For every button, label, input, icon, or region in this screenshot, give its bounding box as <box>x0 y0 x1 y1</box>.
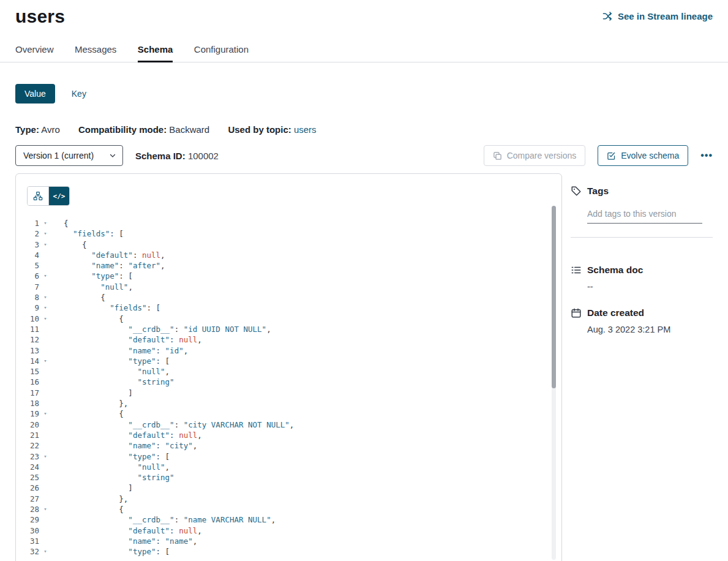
code-text: "__crdb__": "id UUID NOT NULL", <box>51 324 271 334</box>
schema-doc-section: Schema doc -- <box>571 265 713 292</box>
fold-arrow-icon[interactable]: ▾ <box>39 356 51 366</box>
type-label: Type: <box>15 124 39 135</box>
code-line: 13 "name": "id", <box>16 345 561 356</box>
code-lines: 1▾{2▾ "fields": [3▾ {4 "default": null,5… <box>16 218 561 557</box>
line-number: 1 <box>16 218 39 228</box>
fold-arrow-icon[interactable]: ▾ <box>39 239 51 250</box>
evolve-schema-button[interactable]: Evolve schema <box>598 145 688 166</box>
fold-spacer <box>39 250 51 260</box>
code-line: 32▾ "type": [ <box>16 546 561 557</box>
schema-id-value: 100002 <box>188 151 219 161</box>
version-select[interactable]: Version 1 (current) <box>15 145 123 166</box>
code-text: { <box>51 218 69 228</box>
fold-arrow-icon[interactable]: ▾ <box>39 314 51 324</box>
line-number: 11 <box>16 324 39 334</box>
scrollbar[interactable] <box>552 206 556 560</box>
fold-arrow-icon[interactable]: ▾ <box>39 218 51 228</box>
fold-arrow-icon[interactable]: ▾ <box>39 546 51 557</box>
code-line: 31 "name": "name", <box>16 536 561 546</box>
line-number: 3 <box>16 239 39 250</box>
line-number: 28 <box>16 504 39 514</box>
code-line: 1▾{ <box>16 218 561 228</box>
line-number: 24 <box>16 462 39 472</box>
line-number: 17 <box>16 388 39 398</box>
code-line: 17 ] <box>16 388 561 398</box>
code-text: "default": null, <box>51 334 202 345</box>
value-key-toggle: Value Key <box>15 84 713 104</box>
tab-schema[interactable]: Schema <box>138 44 173 62</box>
line-number: 13 <box>16 345 39 356</box>
fold-arrow-icon[interactable]: ▾ <box>39 451 51 462</box>
stream-lineage-link[interactable]: See in Stream lineage <box>602 11 713 21</box>
code-text: { <box>51 409 124 419</box>
fold-arrow-icon[interactable]: ▾ <box>39 292 51 303</box>
code-view-button[interactable]: </> <box>48 187 69 205</box>
schema-meta-row: Type: Avro Compatibility mode: Backward … <box>15 124 713 135</box>
line-number: 18 <box>16 398 39 409</box>
schema-doc-header: Schema doc <box>571 265 713 276</box>
fold-arrow-icon[interactable]: ▾ <box>39 271 51 281</box>
schema-id-label: Schema ID: <box>135 151 186 161</box>
code-text: "__crdb__": "name VARCHAR NULL", <box>51 514 276 525</box>
tab-messages[interactable]: Messages <box>75 44 116 62</box>
code-line: 28▾ { <box>16 504 561 514</box>
line-number: 27 <box>16 494 39 504</box>
code-line: 20 "__crdb__": "city VARCHAR NOT NULL", <box>16 420 561 430</box>
tree-view-button[interactable] <box>28 187 48 205</box>
code-line: 7 "null", <box>16 282 561 292</box>
fold-spacer <box>39 334 51 345</box>
code-line: 8▾ { <box>16 292 561 303</box>
evolve-schema-label: Evolve schema <box>621 151 679 160</box>
fold-spacer <box>39 514 51 525</box>
add-tags-input[interactable] <box>587 208 702 224</box>
fold-spacer <box>39 440 51 451</box>
line-number: 14 <box>16 356 39 366</box>
code-text: ] <box>51 388 133 398</box>
code-text: { <box>51 504 124 514</box>
key-toggle-button[interactable]: Key <box>62 84 96 104</box>
code-line: 5 "name": "after", <box>16 260 561 271</box>
fold-arrow-icon[interactable]: ▾ <box>39 303 51 313</box>
fold-spacer <box>39 483 51 493</box>
code-text: "string" <box>51 377 174 387</box>
compare-versions-button[interactable]: Compare versions <box>484 145 586 166</box>
line-number: 2 <box>16 228 39 239</box>
line-number: 22 <box>16 440 39 451</box>
code-line: 22 "name": "city", <box>16 440 561 451</box>
fold-arrow-icon[interactable]: ▾ <box>39 409 51 419</box>
code-line: 18 }, <box>16 398 561 409</box>
line-number: 30 <box>16 525 39 536</box>
code-text: "__crdb__": "city VARCHAR NOT NULL", <box>51 420 294 430</box>
scrollbar-thumb[interactable] <box>552 206 556 388</box>
schema-doc-title: Schema doc <box>587 265 643 276</box>
code-line: 6▾ "type": [ <box>16 271 561 281</box>
date-created-header: Date created <box>571 307 713 318</box>
fold-arrow-icon[interactable]: ▾ <box>39 504 51 514</box>
code-line: 10▾ { <box>16 314 561 324</box>
code-line: 27 }, <box>16 494 561 504</box>
stream-lineage-icon <box>602 11 613 21</box>
fold-arrow-icon[interactable]: ▾ <box>39 228 51 239</box>
topic-link[interactable]: users <box>294 124 317 135</box>
line-number: 26 <box>16 483 39 493</box>
more-options-button[interactable]: ••• <box>700 150 713 161</box>
line-number: 6 <box>16 271 39 281</box>
line-number: 9 <box>16 303 39 313</box>
value-toggle-button[interactable]: Value <box>15 84 55 104</box>
fold-spacer <box>39 472 51 483</box>
schema-code-panel: </> 1▾{2▾ "fields": [3▾ {4 "default": nu… <box>15 173 562 561</box>
code-text: "fields": [ <box>51 228 124 239</box>
tag-icon <box>571 186 582 197</box>
date-created-title: Date created <box>587 307 644 318</box>
tab-overview[interactable]: Overview <box>15 44 54 62</box>
code-text: "type": [ <box>51 271 133 281</box>
line-number: 16 <box>16 377 39 387</box>
compatibility-label: Compatibility mode: <box>78 124 167 135</box>
date-created-value: Aug. 3 2022 3:21 PM <box>587 325 713 334</box>
line-number: 23 <box>16 451 39 462</box>
code-text: { <box>51 292 105 303</box>
tab-configuration[interactable]: Configuration <box>194 44 249 62</box>
code-text: "type": [ <box>51 546 170 557</box>
line-number: 20 <box>16 420 39 430</box>
code-text: "null", <box>51 366 170 377</box>
